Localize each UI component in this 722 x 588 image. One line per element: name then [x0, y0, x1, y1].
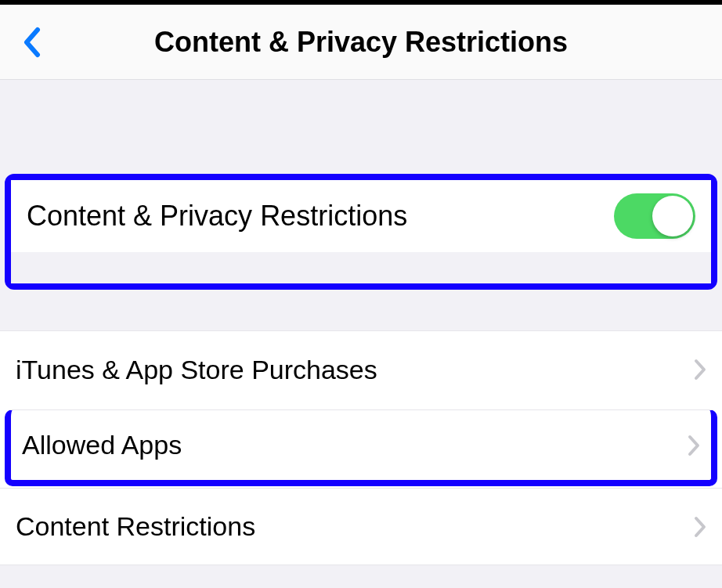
toggle-knob [652, 196, 693, 236]
itunes-purchases-row[interactable]: iTunes & App Store Purchases [0, 331, 722, 408]
highlight-content-privacy-toggle: Content & Privacy Restrictions [5, 174, 717, 290]
highlight-padding [11, 252, 711, 283]
chevron-left-icon [22, 27, 41, 58]
section-spacer [0, 80, 722, 174]
chevron-right-icon [694, 516, 706, 538]
allowed-apps-row[interactable]: Allowed Apps [5, 409, 717, 486]
nav-header: Content & Privacy Restrictions [0, 5, 722, 80]
chevron-right-icon [688, 435, 700, 456]
section-gap [0, 290, 722, 330]
chevron-right-icon [694, 359, 706, 381]
itunes-purchases-label: iTunes & App Store Purchases [16, 355, 377, 385]
back-button[interactable] [16, 19, 47, 66]
content-restrictions-row[interactable]: Content Restrictions [0, 488, 722, 565]
content-privacy-toggle-row[interactable]: Content & Privacy Restrictions [11, 180, 711, 252]
content-restrictions-label: Content Restrictions [16, 511, 255, 542]
settings-list: iTunes & App Store Purchases Allowed App… [0, 330, 722, 565]
page-title: Content & Privacy Restrictions [0, 26, 722, 59]
allowed-apps-label: Allowed Apps [22, 430, 182, 460]
content-privacy-toggle[interactable] [614, 193, 695, 239]
content-privacy-toggle-label: Content & Privacy Restrictions [27, 200, 407, 233]
